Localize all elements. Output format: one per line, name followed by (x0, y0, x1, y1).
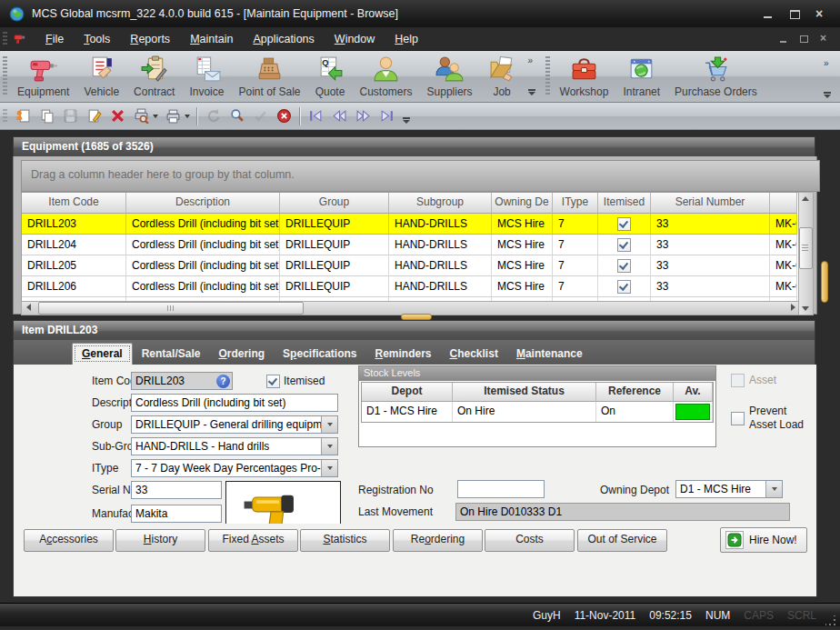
group-by-bar[interactable]: Drag a column header here to group by th… (21, 160, 820, 192)
asset-checkbox[interactable] (731, 374, 745, 387)
menu-window[interactable]: Window (325, 27, 385, 51)
menubar-grip[interactable] (3, 32, 7, 46)
right-edge-splitter-handle[interactable] (821, 261, 828, 303)
column-header-owning-depot[interactable]: Owning De (492, 193, 553, 214)
table-row[interactable]: DRILL206 Cordless Drill (including bit s… (22, 276, 799, 297)
tab-rental-sale[interactable]: Rental/Sale (133, 344, 210, 365)
copy-button[interactable] (35, 105, 57, 127)
stock-depot-cell[interactable]: D1 - MCS Hire (362, 402, 453, 422)
tab-specifications[interactable]: Specifications (274, 344, 365, 365)
toolbar2-overflow[interactable] (402, 115, 413, 126)
last-record-button[interactable] (375, 105, 397, 127)
manufacturer-field[interactable] (131, 505, 222, 523)
help-icon[interactable]: ? (216, 375, 230, 388)
delete-button[interactable] (106, 105, 128, 127)
resize-grip[interactable] (825, 615, 836, 626)
customers-button[interactable]: Customers (353, 51, 420, 98)
prevent-asset-load-checkbox[interactable] (731, 412, 745, 425)
fixed-assets-button[interactable]: Fixed Assets (208, 529, 298, 552)
itemised-checkbox[interactable] (617, 280, 631, 294)
menu-applications[interactable]: Applications (243, 27, 324, 51)
pane-splitter-handle[interactable] (401, 314, 432, 320)
toolbar-overflow-right[interactable]: » (822, 56, 836, 102)
edit-button[interactable] (83, 105, 105, 127)
intranet-button[interactable]: Intranet (615, 51, 667, 98)
cancel-button[interactable] (273, 105, 295, 127)
stock-column-av[interactable]: Av. (674, 383, 713, 402)
column-header-item-code[interactable]: Item Code (22, 193, 126, 214)
registration-field[interactable] (457, 480, 545, 498)
stock-reference-cell[interactable]: On (596, 402, 674, 422)
print-preview-dropdown-icon[interactable] (153, 115, 158, 118)
tab-checklist[interactable]: Checklist (441, 344, 507, 365)
menu-help[interactable]: Help (385, 27, 428, 51)
owning-depot-dropdown[interactable]: D1 - MCS Hire (675, 480, 783, 498)
close-icon[interactable]: × (815, 9, 827, 19)
toolbar-overflow[interactable]: » (526, 54, 541, 99)
column-header-description[interactable]: Description (126, 193, 280, 214)
column-header-itemised[interactable]: Itemised (598, 193, 651, 214)
prev-record-button[interactable] (328, 105, 350, 127)
stock-column-reference[interactable]: Reference (596, 383, 674, 402)
toolbar-grip-2[interactable] (545, 56, 550, 96)
history-button[interactable]: History (115, 529, 205, 552)
tab-ordering[interactable]: Ordering (209, 344, 274, 365)
job-button[interactable]: Job (480, 51, 525, 98)
table-row[interactable]: DRILL204 Cordless Drill (including bit s… (22, 235, 799, 255)
scroll-down-icon[interactable] (799, 303, 811, 315)
itype-dropdown[interactable]: 7 - 7 Day Week Day Percentages Pro-Rate (131, 459, 338, 477)
workshop-button[interactable]: Workshop (553, 51, 616, 98)
out-of-service-button[interactable]: Out of Service (577, 529, 667, 552)
stock-column-depot[interactable]: Depot (362, 383, 453, 402)
vertical-scroll-thumb[interactable] (799, 227, 813, 269)
search-button[interactable] (225, 105, 247, 127)
stock-column-itemised-status[interactable]: Itemised Status (453, 383, 596, 402)
scroll-right-icon[interactable] (786, 302, 799, 313)
vehicle-button[interactable]: Vehicle (76, 51, 126, 98)
scroll-left-icon[interactable] (22, 302, 35, 313)
column-header-subgroup[interactable]: Subgroup (389, 193, 492, 214)
column-header-group[interactable]: Group (280, 193, 389, 214)
minimize-icon[interactable] (763, 9, 775, 19)
scroll-up-icon[interactable] (799, 193, 811, 205)
table-row[interactable]: DRILL203 Cordless Drill (including bit s… (22, 214, 799, 235)
reordering-button[interactable]: Reordering (393, 529, 483, 552)
chevron-down-icon[interactable] (321, 416, 337, 433)
apply-button[interactable] (249, 105, 271, 127)
first-record-button[interactable] (305, 105, 326, 127)
equipment-button[interactable]: Equipment (10, 51, 76, 98)
accessories-button[interactable]: Accessories (24, 529, 114, 552)
point-of-sale-button[interactable]: Point of Sale (231, 51, 307, 98)
itemised-checkbox[interactable] (617, 238, 631, 252)
tab-general[interactable]: General (72, 343, 133, 365)
subgroup-dropdown[interactable]: HAND-DRILLS - Hand drills (131, 437, 338, 455)
next-record-button[interactable] (352, 105, 374, 127)
itemised-checkbox[interactable] (617, 259, 631, 273)
chevron-down-icon[interactable] (765, 481, 782, 497)
save-button[interactable] (59, 105, 81, 127)
description-field[interactable] (131, 394, 338, 412)
purchase-orders-button[interactable]: Purchase Orders (667, 51, 765, 98)
print-button[interactable] (162, 105, 184, 127)
costs-button[interactable]: Costs (485, 529, 575, 552)
chevron-down-icon[interactable] (321, 460, 337, 476)
print-preview-button[interactable] (130, 105, 152, 127)
print-dropdown-icon[interactable] (185, 115, 190, 118)
itemised-checkbox[interactable] (617, 217, 631, 231)
menu-tools[interactable]: Tools (74, 27, 120, 51)
suppliers-button[interactable]: Suppliers (420, 51, 480, 98)
stock-status-cell[interactable]: On Hire (453, 402, 596, 422)
quote-button[interactable]: Q Quote (308, 51, 353, 98)
hire-now-button[interactable]: Hire Now! (720, 527, 807, 553)
itemised-checkbox-form[interactable] (266, 375, 280, 388)
tab-reminders[interactable]: Reminders (365, 344, 440, 365)
refresh-button[interactable] (202, 105, 224, 127)
group-dropdown[interactable]: DRILLEQUIP - General drilling equipment (131, 415, 338, 434)
maximize-icon[interactable] (789, 9, 801, 19)
column-header-itype[interactable]: IType (553, 193, 598, 214)
table-row[interactable]: DRILL205 Cordless Drill (including bit s… (22, 255, 799, 276)
mdi-restore-icon[interactable] (800, 35, 809, 43)
toolbar-grip[interactable] (3, 56, 7, 96)
horizontal-scroll-thumb[interactable] (38, 302, 304, 315)
chevron-down-icon[interactable] (321, 438, 337, 455)
